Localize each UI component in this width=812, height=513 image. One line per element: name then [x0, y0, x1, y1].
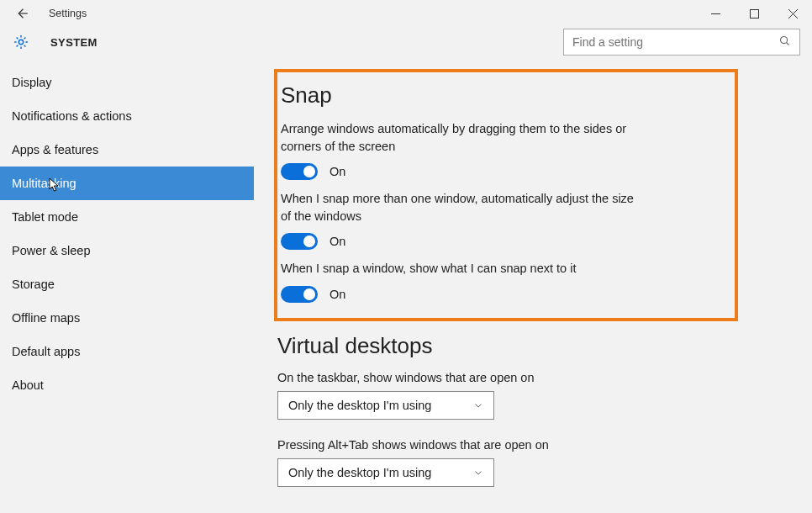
- toggle-resize[interactable]: [281, 233, 318, 250]
- svg-rect-0: [750, 9, 758, 18]
- maximize-button[interactable]: [735, 0, 773, 27]
- svg-point-2: [781, 36, 788, 43]
- sidebar-item-label: Multitasking: [12, 177, 76, 190]
- select-value: Only the desktop I'm using: [288, 399, 431, 412]
- minimize-icon: [711, 9, 720, 19]
- toggle-row: On: [281, 233, 713, 250]
- back-button[interactable]: [10, 2, 34, 25]
- virtual-desktops-heading: Virtual desktops: [277, 333, 778, 359]
- toggle-knob: [303, 166, 315, 177]
- alttab-desc: Pressing Alt+Tab shows windows that are …: [277, 438, 778, 452]
- virtual-desktops-section: Virtual desktops On the taskbar, show wi…: [274, 333, 778, 487]
- toggle-state: On: [330, 235, 345, 248]
- sidebar-item-label: Apps & features: [12, 143, 98, 156]
- taskbar-desc: On the taskbar, show windows that are op…: [277, 371, 778, 384]
- sidebar-item-label: Offline maps: [12, 311, 80, 325]
- snap-setting-arrange: Arrange windows automatically by draggin…: [281, 120, 713, 180]
- sidebar-item-about[interactable]: About: [0, 368, 254, 402]
- sidebar-item-label: Notifications & actions: [12, 109, 132, 123]
- toggle-row: On: [281, 163, 713, 180]
- sidebar-item-default-apps[interactable]: Default apps: [0, 335, 254, 368]
- body: Display Notifications & actions Apps & f…: [0, 62, 812, 513]
- settings-window: Settings SYSTEM Display: [0, 0, 812, 513]
- window-controls: [696, 0, 812, 27]
- sidebar-item-label: Display: [12, 76, 52, 89]
- toggle-state: On: [330, 165, 345, 178]
- sidebar-item-power-sleep[interactable]: Power & sleep: [0, 234, 254, 267]
- sidebar-item-multitasking[interactable]: Multitasking: [0, 167, 254, 200]
- sidebar-item-notifications[interactable]: Notifications & actions: [0, 99, 254, 133]
- sidebar-item-display[interactable]: Display: [0, 66, 254, 99]
- sidebar-item-offline-maps[interactable]: Offline maps: [0, 301, 254, 335]
- setting-desc: When I snap a window, show what I can sn…: [281, 260, 634, 278]
- window-title: Settings: [49, 8, 87, 19]
- sidebar-item-tablet-mode[interactable]: Tablet mode: [0, 200, 254, 234]
- select-value: Only the desktop I'm using: [288, 466, 431, 479]
- toggle-row: On: [281, 286, 713, 303]
- toggle-suggest[interactable]: [281, 286, 318, 303]
- toggle-knob: [303, 288, 315, 300]
- toggle-state: On: [330, 288, 345, 301]
- close-icon: [788, 9, 798, 19]
- snap-heading: Snap: [281, 82, 713, 108]
- search-input[interactable]: [572, 35, 778, 49]
- gear-icon: [12, 33, 30, 51]
- back-arrow-icon: [14, 6, 29, 21]
- svg-point-1: [18, 40, 23, 44]
- sidebar-item-label: About: [12, 378, 44, 392]
- setting-desc: When I snap more than one window, automa…: [281, 190, 634, 225]
- chevron-down-icon: [473, 400, 483, 410]
- header: SYSTEM: [0, 27, 812, 62]
- alttab-select[interactable]: Only the desktop I'm using: [277, 458, 494, 487]
- snap-setting-resize: When I snap more than one window, automa…: [281, 190, 713, 250]
- search-box[interactable]: [563, 29, 800, 56]
- toggle-arrange[interactable]: [281, 163, 318, 180]
- setting-desc: Arrange windows automatically by draggin…: [281, 120, 634, 155]
- toggle-knob: [303, 235, 315, 247]
- chevron-down-icon: [473, 468, 483, 478]
- sidebar-item-apps-features[interactable]: Apps & features: [0, 133, 254, 167]
- content-pane: Snap Arrange windows automatically by dr…: [254, 62, 812, 513]
- sidebar-item-label: Default apps: [12, 345, 80, 358]
- search-icon: [778, 34, 791, 50]
- sidebar-item-label: Power & sleep: [12, 244, 91, 257]
- sidebar-item-label: Tablet mode: [12, 210, 78, 224]
- taskbar-select[interactable]: Only the desktop I'm using: [277, 391, 494, 420]
- minimize-button[interactable]: [696, 0, 735, 27]
- snap-highlight-box: Snap Arrange windows automatically by dr…: [274, 69, 738, 321]
- sidebar-item-storage[interactable]: Storage: [0, 267, 254, 301]
- sidebar-item-label: Storage: [12, 278, 55, 291]
- sidebar: Display Notifications & actions Apps & f…: [0, 62, 254, 513]
- close-button[interactable]: [773, 0, 812, 27]
- snap-setting-suggest: When I snap a window, show what I can sn…: [281, 260, 713, 303]
- titlebar: Settings: [0, 0, 812, 27]
- breadcrumb: SYSTEM: [50, 36, 98, 49]
- maximize-icon: [750, 9, 759, 19]
